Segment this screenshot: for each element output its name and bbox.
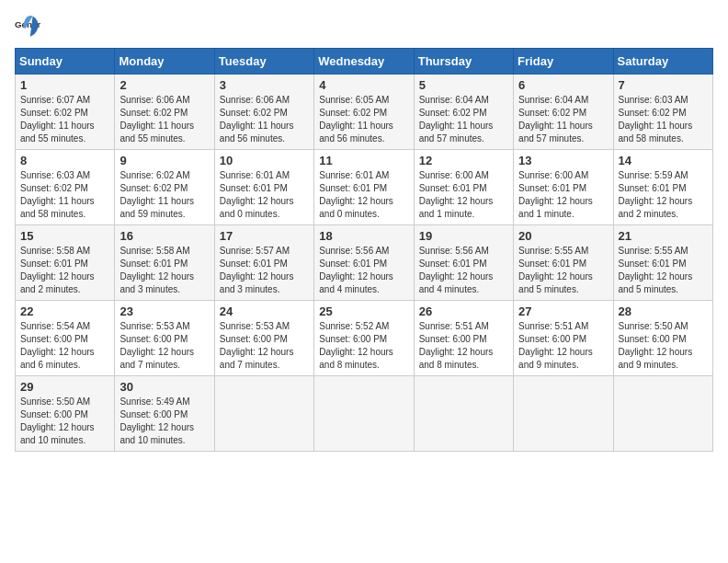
calendar-cell: 29Sunrise: 5:50 AM Sunset: 6:00 PM Dayli… [16,376,115,452]
day-info: Sunrise: 5:59 AM Sunset: 6:01 PM Dayligh… [619,169,708,221]
day-number: 10 [220,154,309,167]
day-info: Sunrise: 6:06 AM Sunset: 6:02 PM Dayligh… [119,94,209,145]
calendar-cell: 2Sunrise: 6:06 AM Sunset: 6:02 PM Daylig… [115,75,214,150]
day-number: 29 [20,380,109,394]
calendar-cell: 11Sunrise: 6:01 AM Sunset: 6:01 PM Dayli… [314,150,414,225]
day-number: 8 [20,154,109,167]
calendar-header-row: SundayMondayTuesdayWednesdayThursdayFrid… [16,49,713,75]
calendar-cell: 16Sunrise: 5:58 AM Sunset: 6:01 PM Dayli… [115,225,214,301]
day-info: Sunrise: 5:55 AM Sunset: 6:01 PM Dayligh… [619,245,708,296]
calendar-cell: 8Sunrise: 6:03 AM Sunset: 6:02 PM Daylig… [16,150,115,225]
calendar-cell: 10Sunrise: 6:01 AM Sunset: 6:01 PM Dayli… [214,150,313,225]
day-info: Sunrise: 5:53 AM Sunset: 6:00 PM Dayligh… [220,320,309,372]
calendar-cell [214,376,313,452]
day-number: 18 [319,229,408,243]
day-info: Sunrise: 5:49 AM Sunset: 6:00 PM Dayligh… [119,396,209,447]
day-info: Sunrise: 5:57 AM Sunset: 6:01 PM Dayligh… [220,245,309,296]
calendar-cell: 4Sunrise: 6:05 AM Sunset: 6:02 PM Daylig… [314,75,414,150]
day-number: 30 [119,380,209,394]
day-number: 2 [119,78,209,92]
day-number: 19 [419,229,508,243]
day-number: 3 [220,78,309,92]
day-number: 23 [119,304,209,318]
day-number: 22 [20,304,109,318]
calendar-cell: 6Sunrise: 6:04 AM Sunset: 6:02 PM Daylig… [514,75,613,150]
day-info: Sunrise: 5:53 AM Sunset: 6:00 PM Dayligh… [119,320,209,372]
calendar-cell: 13Sunrise: 6:00 AM Sunset: 6:01 PM Dayli… [514,150,613,225]
calendar-cell: 22Sunrise: 5:54 AM Sunset: 6:00 PM Dayli… [16,301,115,376]
calendar-cell: 14Sunrise: 5:59 AM Sunset: 6:01 PM Dayli… [613,150,712,225]
header-friday: Friday [514,49,613,75]
day-info: Sunrise: 6:01 AM Sunset: 6:01 PM Dayligh… [319,169,408,221]
day-number: 9 [119,154,209,167]
day-info: Sunrise: 5:54 AM Sunset: 6:00 PM Dayligh… [20,320,109,372]
day-info: Sunrise: 5:52 AM Sunset: 6:00 PM Dayligh… [319,320,408,372]
calendar-cell: 28Sunrise: 5:50 AM Sunset: 6:00 PM Dayli… [613,301,712,376]
header-thursday: Thursday [414,49,513,75]
day-info: Sunrise: 5:56 AM Sunset: 6:01 PM Dayligh… [419,245,508,296]
day-info: Sunrise: 6:03 AM Sunset: 6:02 PM Dayligh… [619,94,708,145]
day-info: Sunrise: 6:00 AM Sunset: 6:01 PM Dayligh… [518,169,608,221]
calendar-cell: 18Sunrise: 5:56 AM Sunset: 6:01 PM Dayli… [314,225,414,301]
day-info: Sunrise: 5:50 AM Sunset: 6:00 PM Dayligh… [619,320,708,372]
day-info: Sunrise: 6:07 AM Sunset: 6:02 PM Dayligh… [20,94,109,145]
calendar-cell: 24Sunrise: 5:53 AM Sunset: 6:00 PM Dayli… [214,301,313,376]
calendar-table: SundayMondayTuesdayWednesdayThursdayFrid… [15,48,713,452]
day-info: Sunrise: 6:05 AM Sunset: 6:02 PM Dayligh… [319,94,408,145]
day-number: 13 [518,154,608,167]
day-number: 26 [419,304,508,318]
day-info: Sunrise: 6:00 AM Sunset: 6:01 PM Dayligh… [419,169,508,221]
header-saturday: Saturday [613,49,712,75]
day-info: Sunrise: 5:55 AM Sunset: 6:01 PM Dayligh… [518,245,608,296]
day-info: Sunrise: 6:01 AM Sunset: 6:01 PM Dayligh… [220,169,309,221]
day-number: 6 [518,78,608,92]
day-number: 24 [220,304,309,318]
calendar-cell [514,376,613,452]
day-info: Sunrise: 5:58 AM Sunset: 6:01 PM Dayligh… [119,245,209,296]
day-number: 4 [319,78,408,92]
day-number: 21 [619,229,708,243]
day-info: Sunrise: 5:58 AM Sunset: 6:01 PM Dayligh… [20,245,109,296]
day-number: 14 [619,154,708,167]
day-info: Sunrise: 5:50 AM Sunset: 6:00 PM Dayligh… [20,396,109,447]
calendar-cell: 3Sunrise: 6:06 AM Sunset: 6:02 PM Daylig… [214,75,313,150]
calendar-cell: 15Sunrise: 5:58 AM Sunset: 6:01 PM Dayli… [16,225,115,301]
calendar-cell: 5Sunrise: 6:04 AM Sunset: 6:02 PM Daylig… [414,75,513,150]
calendar-cell: 12Sunrise: 6:00 AM Sunset: 6:01 PM Dayli… [414,150,513,225]
header-sunday: Sunday [16,49,115,75]
calendar-cell [414,376,513,452]
day-number: 15 [20,229,109,243]
calendar-cell: 7Sunrise: 6:03 AM Sunset: 6:02 PM Daylig… [613,75,712,150]
calendar-week-row: 22Sunrise: 5:54 AM Sunset: 6:00 PM Dayli… [16,301,713,376]
logo-icon: General [15,15,40,40]
header-monday: Monday [115,49,214,75]
calendar-cell: 19Sunrise: 5:56 AM Sunset: 6:01 PM Dayli… [414,225,513,301]
calendar-cell: 21Sunrise: 5:55 AM Sunset: 6:01 PM Dayli… [613,225,712,301]
calendar-week-row: 15Sunrise: 5:58 AM Sunset: 6:01 PM Dayli… [16,225,713,301]
day-info: Sunrise: 5:51 AM Sunset: 6:00 PM Dayligh… [419,320,508,372]
header-tuesday: Tuesday [214,49,313,75]
calendar-week-row: 1Sunrise: 6:07 AM Sunset: 6:02 PM Daylig… [16,75,713,150]
calendar-week-row: 8Sunrise: 6:03 AM Sunset: 6:02 PM Daylig… [16,150,713,225]
day-number: 17 [220,229,309,243]
day-number: 5 [419,78,508,92]
calendar-cell: 9Sunrise: 6:02 AM Sunset: 6:02 PM Daylig… [115,150,214,225]
header-wednesday: Wednesday [314,49,414,75]
day-info: Sunrise: 5:56 AM Sunset: 6:01 PM Dayligh… [319,245,408,296]
calendar-cell: 1Sunrise: 6:07 AM Sunset: 6:02 PM Daylig… [16,75,115,150]
calendar-cell [613,376,712,452]
calendar-cell: 27Sunrise: 5:51 AM Sunset: 6:00 PM Dayli… [514,301,613,376]
day-number: 25 [319,304,408,318]
day-number: 11 [319,154,408,167]
day-info: Sunrise: 5:51 AM Sunset: 6:00 PM Dayligh… [518,320,608,372]
calendar-cell: 20Sunrise: 5:55 AM Sunset: 6:01 PM Dayli… [514,225,613,301]
day-number: 12 [419,154,508,167]
day-info: Sunrise: 6:02 AM Sunset: 6:02 PM Dayligh… [119,169,209,221]
day-info: Sunrise: 6:04 AM Sunset: 6:02 PM Dayligh… [419,94,508,145]
day-number: 1 [20,78,109,92]
day-info: Sunrise: 6:04 AM Sunset: 6:02 PM Dayligh… [518,94,608,145]
logo: General [15,15,44,40]
calendar-cell: 26Sunrise: 5:51 AM Sunset: 6:00 PM Dayli… [414,301,513,376]
calendar-cell: 23Sunrise: 5:53 AM Sunset: 6:00 PM Dayli… [115,301,214,376]
calendar-cell: 17Sunrise: 5:57 AM Sunset: 6:01 PM Dayli… [214,225,313,301]
